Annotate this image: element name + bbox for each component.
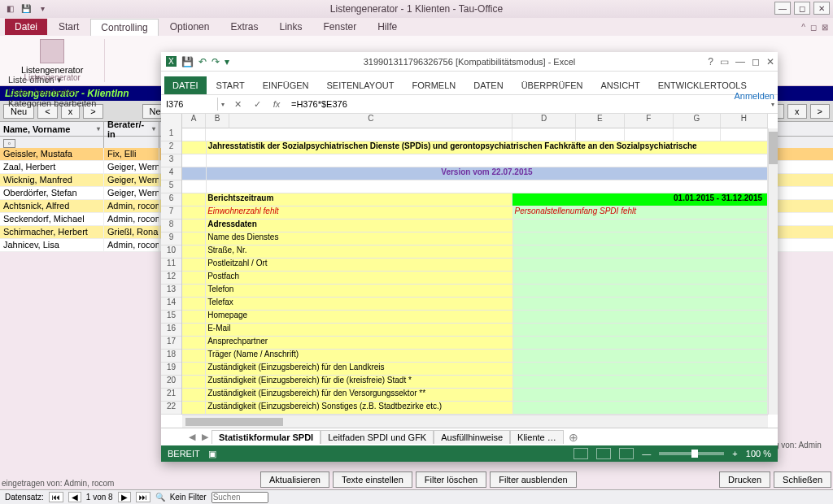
excel-formula-bar: I376 ▾ ✕ ✓ fx =H376*$E376 ▾ xyxy=(161,94,778,114)
page-break-view-button[interactable] xyxy=(619,448,634,459)
nav-next-right[interactable]: > xyxy=(810,104,830,119)
tab-start[interactable]: Start xyxy=(49,19,89,35)
namebox-dropdown-icon[interactable]: ▾ xyxy=(218,101,228,108)
main-menu: Datei Start Controlling Optionen Extras … xyxy=(0,18,833,36)
excel-tab-formeln[interactable]: FORMELN xyxy=(403,76,464,94)
tab-links[interactable]: Links xyxy=(269,19,312,35)
excel-maximize-button[interactable]: ◻ xyxy=(752,56,760,67)
tab-fenster[interactable]: Fenster xyxy=(313,19,366,35)
excel-minimize-button[interactable]: — xyxy=(735,56,745,67)
formula-input[interactable]: =H376*$E376 xyxy=(286,98,768,111)
excel-ribbon-options-icon[interactable]: ▭ xyxy=(720,56,729,67)
aktualisieren-button[interactable]: Aktualisieren xyxy=(260,471,329,488)
record-last-button[interactable]: ⏭ xyxy=(136,492,150,502)
sheet-tab-0[interactable]: Statistikformular SPDI xyxy=(212,430,321,444)
formula-expand-icon[interactable]: ▾ xyxy=(768,101,778,108)
excel-window: X 💾 ↶ ↷ ▾ 319901311796326756 [Kompatibil… xyxy=(161,52,778,462)
excel-close-button[interactable]: ✕ xyxy=(766,56,774,67)
sheet-tab-3[interactable]: Kliente … xyxy=(510,430,564,444)
zoom-in-button[interactable]: + xyxy=(732,449,737,458)
excel-touch-icon[interactable]: ▾ xyxy=(225,56,229,67)
filter-loeschen-button[interactable]: Filter löschen xyxy=(416,471,486,488)
filter-box-icon[interactable]: ▫ xyxy=(3,139,15,148)
filter-ausblenden-button[interactable]: Filter ausblenden xyxy=(490,471,576,488)
drucken-button[interactable]: Drucken xyxy=(719,471,770,488)
main-titlebar: ◧ 💾 ▾ Listengenerator - 1 Klienten - Tau… xyxy=(0,0,833,18)
sheet-tab-1[interactable]: Leitfaden SPDI und GFK xyxy=(321,430,434,444)
window-close-icon[interactable]: ⊠ xyxy=(822,23,828,32)
excel-save-icon[interactable]: 💾 xyxy=(181,56,194,67)
horizontal-scrollbar[interactable] xyxy=(182,415,768,428)
enter-formula-icon[interactable]: ✓ xyxy=(247,99,267,110)
schliessen-button[interactable]: Schließen xyxy=(774,471,831,488)
tab-extras[interactable]: Extras xyxy=(220,19,268,35)
zoom-slider[interactable] xyxy=(659,452,724,455)
record-filter: Kein Filter xyxy=(170,493,207,502)
sheet-tab-2[interactable]: Ausfüllhinweise xyxy=(434,430,510,444)
texte-einstellen-button[interactable]: Texte einstellen xyxy=(333,471,412,488)
record-first-button[interactable]: ⏮ xyxy=(49,492,63,502)
close-button[interactable]: ✕ xyxy=(813,2,830,15)
kategorien-bearbeiten-button[interactable]: Kategorien bearbeiten xyxy=(8,98,96,108)
excel-status-text: BEREIT xyxy=(168,449,200,458)
excel-ribbon-tabs: DATEI START EINFÜGEN SEITENLAYOUT FORMEL… xyxy=(161,72,778,94)
col-berater[interactable]: Berater/-in▾ xyxy=(104,122,159,136)
zoom-out-button[interactable]: — xyxy=(642,449,651,458)
maximize-button[interactable]: ◻ xyxy=(794,2,810,15)
excel-tab-daten[interactable]: DATEN xyxy=(465,76,511,94)
normal-view-button[interactable] xyxy=(574,448,588,459)
tab-optionen[interactable]: Optionen xyxy=(160,19,220,35)
main-title-text: Listengenerator - 1 Klienten - Tau-Offic… xyxy=(330,3,503,15)
cancel-formula-icon[interactable]: ✕ xyxy=(228,99,247,110)
excel-statusbar: BEREIT ▣ — + 100 % xyxy=(161,445,778,462)
record-next-button[interactable]: ▶ xyxy=(118,492,131,502)
tab-controlling[interactable]: Controlling xyxy=(90,19,158,36)
record-search-input[interactable] xyxy=(212,492,268,503)
window-restore-icon[interactable]: ◻ xyxy=(810,23,817,32)
name-box[interactable]: I376 xyxy=(161,98,218,111)
bottom-buttons: Aktualisieren Texte einstellen Filter lö… xyxy=(260,471,577,488)
record-position: 1 von 8 xyxy=(86,493,113,502)
vertical-scrollbar[interactable] xyxy=(768,128,778,415)
app-icon: ◧ xyxy=(3,2,16,15)
excel-undo-icon[interactable]: ↶ xyxy=(198,56,207,67)
excel-tab-seitenlayout[interactable]: SEITENLAYOUT xyxy=(318,76,402,94)
page-layout-view-button[interactable] xyxy=(596,448,611,459)
excel-help-icon[interactable]: ? xyxy=(708,56,713,67)
qat-dropdown-icon[interactable]: ▾ xyxy=(36,2,49,15)
excel-title: 319901311796326756 [Kompatibilitätsmodus… xyxy=(161,57,778,67)
ribbon-collapse-icon[interactable]: ^ xyxy=(801,23,805,32)
add-sheet-button[interactable]: ⊕ xyxy=(564,431,583,444)
qat-save-icon[interactable]: 💾 xyxy=(20,2,33,15)
status-left: eingetragen von: Admin, rocom xyxy=(2,479,114,488)
excel-redo-icon[interactable]: ↷ xyxy=(212,56,220,67)
excel-tab-ueberpruefen[interactable]: ÜBERPRÜFEN xyxy=(513,76,591,94)
excel-tab-ansicht[interactable]: ANSICHT xyxy=(592,76,648,94)
chevron-down-icon[interactable]: ▾ xyxy=(152,125,155,133)
record-navigator: Datensatz: ⏮ ◀ 1 von 8 ▶ ⏭ 🔍 Kein Filter xyxy=(0,489,833,504)
excel-tab-start[interactable]: START xyxy=(208,76,253,94)
excel-file-tab[interactable]: DATEI xyxy=(164,76,207,94)
col-name[interactable]: Name, Vorname▾ xyxy=(0,122,104,136)
excel-login-link[interactable]: Anmelden xyxy=(734,91,774,101)
sheet-cells[interactable]: Jahresstatistik der Sozialpsychiatrische… xyxy=(182,128,768,415)
file-tab[interactable]: Datei xyxy=(5,19,47,35)
col-headers[interactable]: ABCDEFGH xyxy=(182,114,768,128)
macro-icon[interactable]: ▣ xyxy=(208,449,216,459)
record-label: Datensatz: xyxy=(5,493,44,502)
record-prev-button[interactable]: ◀ xyxy=(68,492,81,502)
chevron-down-icon[interactable]: ▾ xyxy=(97,125,100,133)
zoom-level[interactable]: 100 % xyxy=(746,449,771,458)
listengenerator-button[interactable]: Listengenerator xyxy=(21,39,83,75)
listen-bearbeiten-button[interactable]: Listen bearbeiten xyxy=(8,87,96,97)
fx-icon[interactable]: fx xyxy=(267,99,286,109)
row-headers[interactable]: 1234567891011121314151617181920212223242… xyxy=(161,114,182,415)
tab-hilfe[interactable]: Hilfe xyxy=(368,19,407,35)
excel-tab-einfuegen[interactable]: EINFÜGEN xyxy=(255,76,317,94)
listengenerator-icon xyxy=(40,39,64,63)
sheet-nav-prev-icon[interactable]: ◀ xyxy=(185,432,198,442)
sheet-nav-next-icon[interactable]: ▶ xyxy=(198,432,212,442)
nav-x-right[interactable]: x xyxy=(787,104,807,119)
minimize-button[interactable]: — xyxy=(774,2,791,15)
ribbon-group-label: Listengenerator xyxy=(24,73,81,82)
